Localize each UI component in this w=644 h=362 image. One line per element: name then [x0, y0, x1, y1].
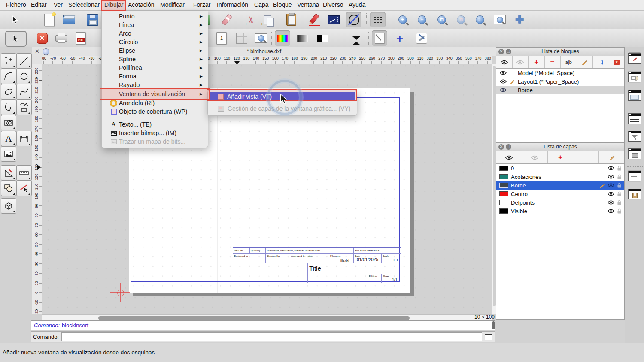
layer-lock-icon[interactable] [617, 183, 622, 188]
layer-edit-pencil-icon[interactable] [599, 183, 605, 188]
show-all-layers-button[interactable] [496, 151, 522, 163]
eraser-button[interactable] [219, 12, 234, 27]
select-entities-tool-button[interactable] [16, 181, 32, 196]
edit-layer-button[interactable] [599, 151, 624, 163]
hide-all-blocks-button[interactable] [513, 56, 529, 68]
open-file-button[interactable] [61, 12, 76, 27]
layer-lock-icon[interactable] [617, 166, 622, 171]
menu-modificar[interactable]: Modificar [160, 1, 185, 8]
layer-visible-icon[interactable] [608, 200, 614, 205]
text-tool-button[interactable]: A [1, 131, 16, 146]
export-pdf-button[interactable]: PDF [73, 30, 88, 46]
menu-ventana[interactable]: Ventana [297, 1, 319, 8]
edit-block-button[interactable] [577, 56, 593, 68]
layer-visible-icon[interactable] [608, 166, 614, 170]
paste-button[interactable] [283, 12, 299, 27]
zoom-window-button[interactable] [492, 12, 507, 27]
dimension-tool-button[interactable] [16, 131, 32, 146]
solid-3d-tool-button[interactable] [1, 198, 16, 214]
draw-order-button[interactable] [372, 30, 387, 46]
layer-visible-icon[interactable] [608, 183, 614, 187]
zoom-out-button[interactable]: − [414, 12, 430, 27]
remove-layer-button[interactable]: − [573, 151, 599, 163]
menu-diverso[interactable]: Diverso [323, 1, 343, 8]
rename-block-button[interactable]: a|b [561, 56, 577, 68]
layer-lock-icon[interactable] [617, 174, 622, 180]
toggle-clipboard-widget-icon[interactable] [628, 188, 641, 200]
toggle-library-browser-icon[interactable] [628, 71, 641, 83]
add-block-button[interactable]: + [529, 56, 545, 68]
new-file-button[interactable] [42, 12, 57, 27]
polyline-tool-button[interactable] [1, 100, 16, 115]
grayscale-button[interactable] [295, 30, 310, 46]
single-page-button[interactable]: 1 [214, 30, 229, 46]
menu-capa[interactable]: Capa [254, 1, 268, 8]
snap-grid-button[interactable] [370, 12, 386, 27]
full-color-button[interactable] [275, 30, 290, 46]
layer-visible-icon[interactable] [608, 175, 614, 179]
shapes-tool-button[interactable] [16, 100, 32, 115]
menu-bloque[interactable]: Bloque [273, 1, 292, 8]
menu-item-arandela[interactable]: Arandela (RI) [102, 99, 208, 107]
menu-fichero[interactable]: Fichero [6, 1, 26, 8]
zoom-previous-button[interactable]: ← [472, 12, 488, 27]
block-row-borde[interactable]: Borde [496, 86, 624, 94]
workspace-tools-button[interactable] [414, 30, 429, 46]
print-button[interactable] [54, 30, 69, 46]
menu-item-insertar-bitmap[interactable]: Insertar bitmap... (IM) [102, 129, 208, 137]
menu-item[interactable]: Elipse ▶ [102, 46, 208, 55]
zoom-auto-button[interactable]: ⊡ [434, 12, 450, 27]
menu-item[interactable]: Polilínea ▶ [102, 63, 208, 72]
layer-row-0[interactable]: 0 [496, 164, 624, 172]
menu-seleccionar[interactable]: Seleccionar [68, 1, 100, 8]
spline-tool-button[interactable] [16, 84, 32, 100]
layer-row-defpoints[interactable]: Defpoints [496, 198, 624, 207]
menu-ayuda[interactable]: Ayuda [349, 1, 365, 8]
close-drawing-button[interactable]: ✕ [34, 30, 50, 46]
hide-all-layers-button[interactable] [522, 151, 548, 163]
menu-item[interactable]: Spline ▶ [102, 55, 208, 63]
measure-tool-button[interactable] [16, 165, 32, 181]
zoom-pan-button[interactable]: ✚ [512, 12, 527, 27]
layer-row-borde[interactable]: Borde [496, 181, 624, 190]
panel-close-icon[interactable]: ✕ [498, 144, 504, 150]
toggle-block-insert-icon[interactable] [628, 148, 641, 160]
layer-visible-icon[interactable] [608, 192, 614, 196]
copy-button[interactable]: + [260, 12, 275, 27]
menu-item[interactable]: Arco ▶ [102, 29, 208, 38]
detach-command-icon[interactable] [485, 334, 492, 340]
menu-item[interactable]: Línea ▶ [102, 21, 208, 29]
menu-item-texto[interactable]: A Texto... (TE) [102, 120, 208, 129]
arc-tool-button[interactable] [1, 69, 16, 84]
menu-item[interactable]: Forma ▶ [102, 72, 208, 81]
remove-block-button[interactable]: − [545, 56, 561, 68]
panel-float-icon[interactable]: ❐ [506, 49, 511, 54]
block-row-model[interactable]: Model (*Model_Space) [496, 69, 624, 77]
menu-acotacion[interactable]: Acotación [128, 1, 154, 8]
command-input[interactable] [61, 332, 482, 341]
image-tool-button[interactable] [1, 146, 16, 162]
menu-informacion[interactable]: Información [217, 1, 248, 8]
delete-block-button[interactable]: ✕ [609, 56, 625, 68]
toggle-layer-list-icon[interactable] [628, 112, 641, 124]
insert-block-button[interactable] [593, 56, 609, 68]
black-white-button[interactable] [315, 30, 330, 46]
circle-tool-button[interactable] [16, 69, 32, 84]
select-tool-button[interactable] [7, 12, 23, 27]
layer-visible-icon[interactable] [608, 209, 614, 213]
layer-lock-icon[interactable] [617, 208, 622, 214]
layer-row-visible[interactable]: Visible [496, 207, 624, 215]
horizontal-scrollbar-thumb[interactable] [98, 316, 410, 320]
save-file-button[interactable] [85, 12, 100, 27]
menu-item-objeto-cobertura[interactable]: Objeto de cobertura (WP) [102, 107, 208, 116]
block-row-layout1[interactable]: Layout1 (*Paper_Space) [496, 77, 624, 86]
cut-button[interactable]: ✂+ [243, 12, 259, 27]
ellipse-tool-button[interactable] [1, 84, 16, 100]
show-all-blocks-button[interactable] [496, 56, 513, 68]
draft-circle-button[interactable] [346, 12, 361, 27]
hatch-tool-button[interactable] [1, 115, 16, 130]
zoom-in-button[interactable]: + [395, 12, 410, 27]
toggle-blank-widget-icon[interactable] [628, 89, 641, 101]
command-history-scrollbar[interactable] [492, 321, 495, 329]
toggle-command-widget-icon[interactable] [628, 170, 641, 182]
